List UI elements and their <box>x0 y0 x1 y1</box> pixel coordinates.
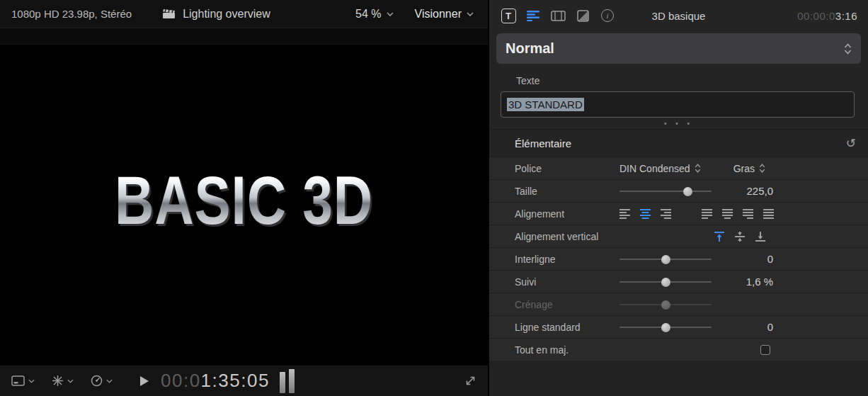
police-label: Police <box>515 163 619 174</box>
retime-menu[interactable] <box>91 375 113 387</box>
text-inspector-icon: T <box>501 9 516 23</box>
interligne-slider[interactable] <box>619 254 712 265</box>
up-down-chevrons-icon <box>695 164 701 173</box>
font-face-popup[interactable]: Gras <box>733 163 765 174</box>
ligne-standard-slider[interactable] <box>619 322 712 333</box>
retime-speedometer-icon <box>91 375 103 387</box>
format-info: 1080p HD 23.98p, Stéréo <box>11 8 132 20</box>
ligne-standard-label: Ligne standard <box>515 322 619 333</box>
align-center-icon[interactable] <box>640 209 651 219</box>
enhancements-wand-icon <box>52 375 64 387</box>
inspector-rows: Police DIN Condensed Gras <box>489 157 868 396</box>
section-header-elementaire: Élémentaire ↺ <box>489 130 868 157</box>
viewer-toolbar: 1080p HD 23.98p, Stéréo Lighting overvie… <box>0 0 488 28</box>
preset-dropdown[interactable]: Normal <box>496 33 861 64</box>
section-header-label: Élémentaire <box>515 137 571 149</box>
selected-text: 3D STANDARD <box>507 98 584 111</box>
view-menu[interactable]: Visionner <box>415 8 474 21</box>
inspector-clip-title: 3D basique <box>652 10 706 22</box>
row-police: Police DIN Condensed Gras <box>489 157 868 179</box>
interligne-label: Interligne <box>515 254 619 265</box>
video-filmstrip-icon <box>551 11 566 21</box>
taille-label: Taille <box>515 186 619 197</box>
expand-icon <box>464 375 476 387</box>
chevron-down-icon <box>28 379 35 383</box>
justify-last-center-icon[interactable] <box>722 209 733 219</box>
color-diagonal-icon <box>577 10 589 22</box>
info-icon: i <box>601 9 614 22</box>
justify-last-right-icon[interactable] <box>743 209 754 219</box>
align-right-icon[interactable] <box>661 209 672 219</box>
up-down-chevrons-icon <box>844 43 852 55</box>
tout-en-maj-label: Tout en maj. <box>515 344 619 356</box>
duration-bright-digits: 3:16 <box>835 10 857 22</box>
chevron-down-icon <box>67 379 74 383</box>
suivi-label: Suivi <box>515 276 619 288</box>
font-face-value: Gras <box>733 163 755 174</box>
project-name: Lighting overview <box>183 8 270 21</box>
viewer-canvas: BASIC 3D <box>0 28 488 365</box>
align-left-icon[interactable] <box>619 209 631 219</box>
font-family-popup[interactable]: DIN Condensed <box>619 163 701 174</box>
inspector-tabs: T <box>500 7 616 24</box>
interligne-value[interactable]: 0 <box>767 253 773 265</box>
row-tout-en-maj: Tout en maj. <box>489 338 868 361</box>
chevron-down-icon <box>387 12 394 16</box>
play-button[interactable] <box>139 375 149 387</box>
vertical-alignment-buttons <box>714 232 765 242</box>
suivi-slider[interactable] <box>619 276 712 288</box>
row-crenage: Crénage <box>489 293 868 315</box>
expand-viewer-button[interactable] <box>464 375 476 387</box>
taille-value[interactable]: 225,0 <box>746 185 773 197</box>
inspector-toolbar: T <box>489 0 868 31</box>
row-suivi: Suivi 1,6 % <box>489 270 868 293</box>
tab-info-inspector[interactable]: i <box>599 7 616 24</box>
project-indicator: Lighting overview <box>163 8 270 21</box>
inspector-pane: T <box>489 0 868 396</box>
textarea-resize-handle[interactable]: • • • <box>489 118 868 129</box>
clapboard-icon <box>163 9 176 19</box>
up-down-chevrons-icon <box>759 164 765 173</box>
audio-meters-icon[interactable] <box>280 369 295 393</box>
alignement-label: Alignement <box>515 208 619 220</box>
chevron-down-icon <box>467 12 474 16</box>
tab-color-inspector[interactable] <box>574 7 591 24</box>
playhead-timecode[interactable]: 00:01:35:05 <box>161 370 270 392</box>
justify-all-icon[interactable] <box>763 209 775 219</box>
final-cut-pro-window: 1080p HD 23.98p, Stéréo Lighting overvie… <box>0 0 868 396</box>
horizontal-alignment-buttons <box>619 209 775 219</box>
row-alignement-vertical: Alignement vertical <box>489 225 868 247</box>
play-icon <box>139 375 149 387</box>
overlay-options-menu[interactable] <box>11 375 35 386</box>
taille-slider[interactable] <box>619 186 712 197</box>
timecode-dim-digits: 00:0 <box>161 370 201 391</box>
tout-en-maj-checkbox[interactable] <box>760 345 770 355</box>
crenage-label: Crénage <box>515 299 619 310</box>
tab-video-inspector[interactable] <box>549 7 566 24</box>
ligne-standard-value[interactable]: 0 <box>767 321 773 333</box>
alignement-vertical-label: Alignement vertical <box>515 231 619 242</box>
justify-last-left-icon[interactable] <box>702 209 713 219</box>
reset-section-button[interactable]: ↺ <box>846 137 856 149</box>
valign-top-icon[interactable] <box>714 232 724 242</box>
tab-text-inspector[interactable]: T <box>500 7 517 24</box>
chevron-down-icon <box>106 379 113 383</box>
row-alignement: Alignement <box>489 202 868 225</box>
timecode-bright-digits: 1:35:05 <box>201 370 270 391</box>
texte-section-label: Texte <box>516 75 868 86</box>
view-menu-label: Visionner <box>415 8 462 21</box>
valign-bottom-icon[interactable] <box>755 232 765 242</box>
title-text-input[interactable]: 3D STANDARD <box>501 91 855 118</box>
row-interligne: Interligne 0 <box>489 247 868 270</box>
canvas-3d-title-text: BASIC 3D <box>49 162 439 239</box>
duration-dim-digits: 00:00:0 <box>797 10 835 22</box>
suivi-value[interactable]: 1,6 % <box>746 276 773 288</box>
valign-middle-icon[interactable] <box>735 232 745 242</box>
preset-dropdown-value: Normal <box>506 40 554 57</box>
enhancements-menu[interactable] <box>52 375 74 387</box>
row-taille: Taille 225,0 <box>489 179 868 202</box>
row-ligne-standard: Ligne standard 0 <box>489 315 868 338</box>
tab-title-inspector[interactable] <box>525 7 542 24</box>
view-options-icon <box>11 375 25 386</box>
zoom-menu[interactable]: 54 % <box>355 8 393 21</box>
